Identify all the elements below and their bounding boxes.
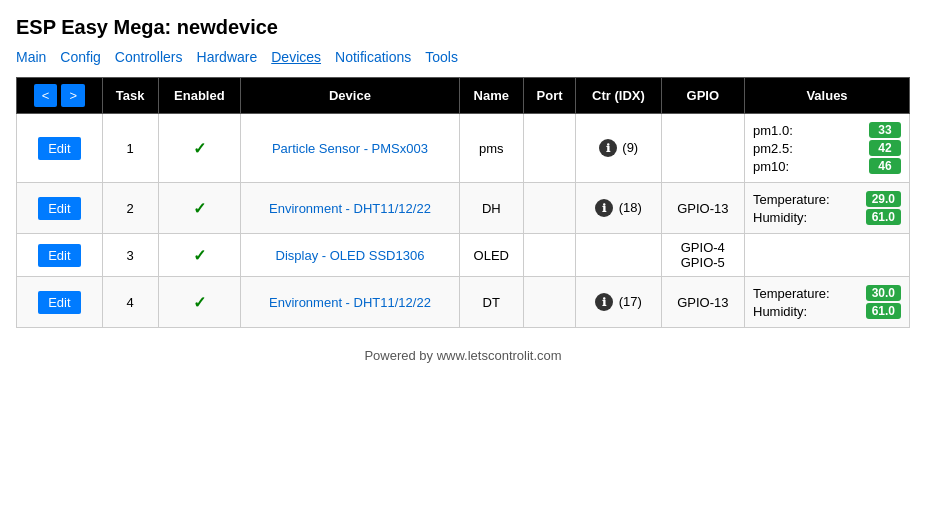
nav-item-hardware[interactable]: Hardware xyxy=(197,49,258,65)
ctr-icon: ℹ xyxy=(595,199,613,217)
device-name: Environment - DHT11/12/22 xyxy=(241,183,460,234)
ctr-field: ℹ (17) xyxy=(576,277,661,328)
port-field xyxy=(523,114,576,183)
ctr-field: ℹ (18) xyxy=(576,183,661,234)
table-row: Edit4✓Environment - DHT11/12/22DTℹ (17)G… xyxy=(17,277,910,328)
edit-cell-2: Edit xyxy=(17,183,103,234)
value-badge: 30.0 xyxy=(866,285,901,301)
device-name: Environment - DHT11/12/22 xyxy=(241,277,460,328)
task-number: 2 xyxy=(102,183,158,234)
edit-cell-4: Edit xyxy=(17,277,103,328)
col-enabled: Enabled xyxy=(158,78,241,114)
col-values: Values xyxy=(745,78,910,114)
table-row: Edit1✓Particle Sensor - PMSx003pmsℹ (9)p… xyxy=(17,114,910,183)
enabled-cell: ✓ xyxy=(158,183,241,234)
devices-table: < > Task Enabled Device Name Port Ctr (I… xyxy=(16,77,910,328)
col-task: Task xyxy=(102,78,158,114)
value-row: pm1.0:33 xyxy=(753,122,901,138)
main-nav: MainConfigControllersHardwareDevicesNoti… xyxy=(16,49,910,65)
ctr-field: ℹ (9) xyxy=(576,114,661,183)
col-name: Name xyxy=(459,78,523,114)
values-cell: Temperature:30.0Humidity:61.0 xyxy=(745,277,910,328)
value-badge: 29.0 xyxy=(866,191,901,207)
device-name: Display - OLED SSD1306 xyxy=(241,234,460,277)
value-label: pm1.0: xyxy=(753,123,793,138)
port-field xyxy=(523,277,576,328)
value-label: Temperature: xyxy=(753,192,830,207)
task-number: 3 xyxy=(102,234,158,277)
value-row: pm2.5:42 xyxy=(753,140,901,156)
device-name-field: DT xyxy=(459,277,523,328)
device-link[interactable]: Particle Sensor - PMSx003 xyxy=(272,141,428,156)
edit-button-2[interactable]: Edit xyxy=(38,197,80,220)
value-label: pm2.5: xyxy=(753,141,793,156)
table-row: Edit2✓Environment - DHT11/12/22DHℹ (18)G… xyxy=(17,183,910,234)
value-badge: 33 xyxy=(869,122,901,138)
col-device: Device xyxy=(241,78,460,114)
nav-item-config[interactable]: Config xyxy=(60,49,100,65)
nav-prev-button[interactable]: < xyxy=(34,84,58,107)
page-title: ESP Easy Mega: newdevice xyxy=(16,16,910,39)
values-cell xyxy=(745,234,910,277)
ctr-field xyxy=(576,234,661,277)
gpio-field: GPIO-13 xyxy=(661,183,744,234)
task-number: 4 xyxy=(102,277,158,328)
col-nav: < > xyxy=(17,78,103,114)
gpio-field: GPIO-13 xyxy=(661,277,744,328)
value-row: pm10:46 xyxy=(753,158,901,174)
nav-item-notifications[interactable]: Notifications xyxy=(335,49,411,65)
device-name-field: DH xyxy=(459,183,523,234)
edit-button-4[interactable]: Edit xyxy=(38,291,80,314)
value-label: Temperature: xyxy=(753,286,830,301)
value-label: Humidity: xyxy=(753,210,807,225)
device-link[interactable]: Display - OLED SSD1306 xyxy=(276,248,425,263)
edit-cell-1: Edit xyxy=(17,114,103,183)
value-badge: 61.0 xyxy=(866,209,901,225)
footer-text: Powered by www.letscontrolit.com xyxy=(364,348,561,363)
value-badge: 42 xyxy=(869,140,901,156)
device-link[interactable]: Environment - DHT11/12/22 xyxy=(269,295,431,310)
enabled-cell: ✓ xyxy=(158,277,241,328)
col-gpio: GPIO xyxy=(661,78,744,114)
value-badge: 46 xyxy=(869,158,901,174)
table-row: Edit3✓Display - OLED SSD1306OLEDGPIO-4GP… xyxy=(17,234,910,277)
edit-button-3[interactable]: Edit xyxy=(38,244,80,267)
nav-item-controllers[interactable]: Controllers xyxy=(115,49,183,65)
nav-next-button[interactable]: > xyxy=(61,84,85,107)
device-name: Particle Sensor - PMSx003 xyxy=(241,114,460,183)
nav-item-main[interactable]: Main xyxy=(16,49,46,65)
col-port: Port xyxy=(523,78,576,114)
col-ctr: Ctr (IDX) xyxy=(576,78,661,114)
value-label: pm10: xyxy=(753,159,789,174)
gpio-field: GPIO-4GPIO-5 xyxy=(661,234,744,277)
nav-item-devices[interactable]: Devices xyxy=(271,49,321,65)
value-row: Temperature:29.0 xyxy=(753,191,901,207)
device-link[interactable]: Environment - DHT11/12/22 xyxy=(269,201,431,216)
task-number: 1 xyxy=(102,114,158,183)
edit-cell-3: Edit xyxy=(17,234,103,277)
port-field xyxy=(523,183,576,234)
edit-button-1[interactable]: Edit xyxy=(38,137,80,160)
device-name-field: OLED xyxy=(459,234,523,277)
gpio-field xyxy=(661,114,744,183)
footer: Powered by www.letscontrolit.com xyxy=(16,348,910,363)
values-cell: Temperature:29.0Humidity:61.0 xyxy=(745,183,910,234)
nav-item-tools[interactable]: Tools xyxy=(425,49,458,65)
device-name-field: pms xyxy=(459,114,523,183)
value-row: Temperature:30.0 xyxy=(753,285,901,301)
value-row: Humidity:61.0 xyxy=(753,209,901,225)
value-badge: 61.0 xyxy=(866,303,901,319)
value-label: Humidity: xyxy=(753,304,807,319)
ctr-icon: ℹ xyxy=(599,139,617,157)
value-row: Humidity:61.0 xyxy=(753,303,901,319)
port-field xyxy=(523,234,576,277)
enabled-cell: ✓ xyxy=(158,234,241,277)
values-cell: pm1.0:33pm2.5:42pm10:46 xyxy=(745,114,910,183)
ctr-icon: ℹ xyxy=(595,293,613,311)
enabled-cell: ✓ xyxy=(158,114,241,183)
